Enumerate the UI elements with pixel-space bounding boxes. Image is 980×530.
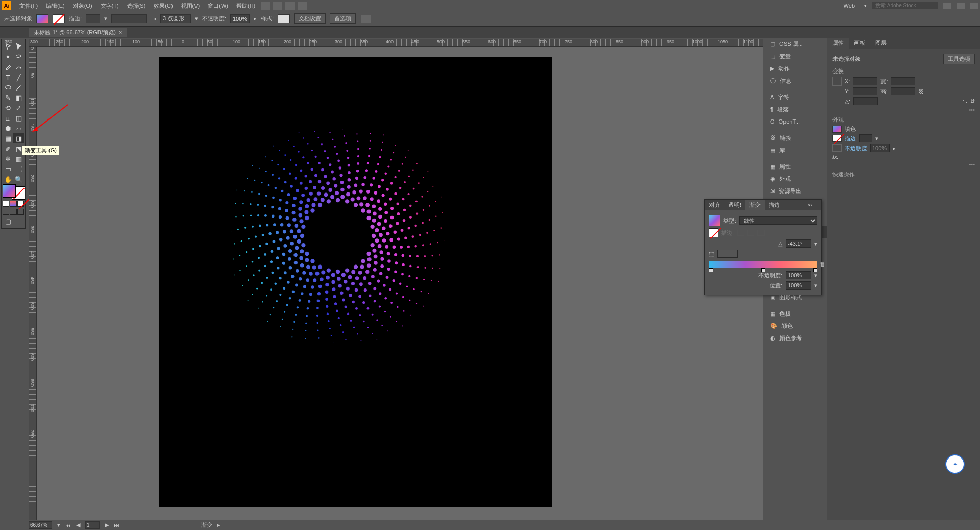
panel-item[interactable]: ⇲资源导出 (766, 185, 827, 197)
gradient-stop[interactable] (813, 268, 817, 272)
fill-stroke-swatch[interactable] (3, 184, 25, 200)
panel-item[interactable]: ⬚变量 (766, 50, 827, 62)
menu-extra-icon[interactable] (273, 2, 282, 10)
canvas[interactable] (37, 47, 763, 520)
draw-normal-icon[interactable] (3, 209, 9, 215)
style-swatch[interactable] (278, 14, 290, 23)
stroke-weight-input[interactable] (86, 14, 100, 23)
opacity-input[interactable] (230, 14, 250, 23)
tab-stroke[interactable]: 描边 (765, 200, 784, 210)
flip-h-icon[interactable]: ⇋ (963, 98, 967, 105)
mesh-tool[interactable]: ▦ (3, 133, 13, 143)
opacity-input[interactable] (870, 144, 890, 152)
stroke-grad-mode-icon[interactable] (737, 230, 744, 236)
scale-tool[interactable]: ⤢ (13, 103, 24, 113)
chevron-down-icon[interactable]: ▾ (814, 240, 817, 247)
opacity-link[interactable]: 不透明度 (845, 144, 867, 152)
panel-menu-icon[interactable]: ≡ (814, 202, 821, 208)
h-input[interactable] (891, 87, 915, 95)
tab-artboards[interactable]: 画板 (849, 38, 870, 49)
more-options-icon[interactable]: ••• (832, 107, 975, 113)
gradient-tool[interactable]: ◨ (13, 133, 24, 143)
eyedropper-tool[interactable]: ✐ (3, 143, 13, 154)
panel-item[interactable]: ◉外观 (766, 173, 827, 185)
panel-item[interactable]: ⛓链接 (766, 132, 827, 144)
panel-item[interactable]: 🎨颜色 (766, 320, 827, 332)
stroke-link[interactable]: 描边 (845, 135, 856, 142)
document-setup-button[interactable]: 文档设置 (294, 13, 326, 24)
stroke-grad-mode-icon[interactable] (747, 230, 754, 236)
shape-builder-tool[interactable]: ⬢ (3, 123, 13, 133)
zoom-input[interactable] (29, 521, 52, 529)
tab-transparency[interactable]: 透明! (724, 200, 745, 210)
brush-select[interactable] (111, 14, 147, 23)
tool-options-button[interactable]: 工具选项 (943, 54, 975, 64)
stroke-profile[interactable] (160, 14, 191, 23)
free-transform-tool[interactable]: ◫ (13, 113, 24, 123)
menu-effect[interactable]: 效果(C) (150, 0, 177, 11)
nav-next-icon[interactable]: ▶ (105, 522, 109, 528)
width-tool[interactable]: ⩍ (3, 113, 13, 123)
artboard-nav-input[interactable] (85, 521, 100, 529)
zoom-tool[interactable]: 🔍 (13, 174, 24, 184)
stroke-swatch[interactable] (53, 14, 65, 23)
fill-swatch[interactable] (832, 126, 842, 133)
chevron-down-icon[interactable]: ▾ (814, 282, 817, 289)
chevron-down-icon[interactable]: ▾ (104, 15, 107, 22)
gp-position-input[interactable] (786, 281, 811, 290)
curvature-tool[interactable] (13, 62, 24, 72)
rotate-tool[interactable]: ⟲ (3, 103, 13, 113)
nav-last-icon[interactable]: ⏭ (114, 522, 119, 528)
menu-extra-icon[interactable] (261, 2, 270, 10)
w-input[interactable] (891, 77, 915, 85)
perspective-tool[interactable]: ▱ (13, 123, 24, 133)
more-options-icon[interactable]: ••• (832, 161, 975, 167)
panel-item[interactable]: A字符 (766, 91, 827, 103)
eraser-tool[interactable]: ◧ (13, 92, 24, 103)
draw-inside-icon[interactable] (17, 209, 24, 215)
chevron-down-icon[interactable]: ▾ (814, 272, 817, 279)
status-arrow-icon[interactable]: ▸ (217, 522, 220, 528)
screen-mode-icon[interactable]: ▢ (3, 216, 14, 226)
lasso-tool[interactable] (13, 52, 24, 62)
direct-selection-tool[interactable] (13, 41, 24, 52)
menu-extra-icon[interactable] (298, 2, 307, 10)
menu-view[interactable]: 视图(V) (177, 0, 204, 11)
gradient-slider[interactable]: 🗑 (709, 261, 817, 268)
gradient-preview-swatch[interactable] (709, 215, 720, 226)
opacity-arrow-icon[interactable]: ▸ (254, 15, 257, 22)
menu-window[interactable]: 窗口(W) (204, 0, 232, 11)
x-input[interactable] (853, 77, 877, 85)
paintbrush-tool[interactable] (13, 82, 24, 92)
gradient-stop[interactable] (709, 268, 713, 272)
stroke-weight-input[interactable] (859, 134, 872, 142)
panel-item[interactable]: ▦属性 (766, 160, 827, 173)
search-stock-input[interactable] (872, 2, 938, 9)
minimize-button[interactable] (943, 3, 951, 9)
chevron-down-icon[interactable]: ▾ (57, 522, 60, 528)
gradient-type-select[interactable]: 线性 (739, 216, 817, 225)
chevron-down-icon[interactable]: ▾ (875, 135, 878, 142)
menu-edit[interactable]: 编辑(E) (42, 0, 69, 11)
opacity-arrow-icon[interactable]: ▸ (893, 145, 896, 152)
tab-properties[interactable]: 属性 (827, 38, 849, 49)
gradient-mode-icon[interactable] (10, 201, 16, 207)
menu-file[interactable]: 文件(F) (15, 0, 42, 11)
panel-item[interactable]: ¶段落 (766, 103, 827, 115)
fx-icon[interactable]: fx. (832, 154, 839, 160)
stroke-swatch[interactable] (832, 135, 842, 142)
panel-collapse-icon[interactable]: ›› (806, 202, 814, 208)
column-graph-tool[interactable]: ▥ (13, 154, 24, 164)
shaper-tool[interactable]: ✎ (3, 92, 13, 103)
menu-help[interactable]: 帮助(H) (232, 0, 259, 11)
link-icon[interactable]: ⛓ (918, 88, 924, 94)
type-tool[interactable]: T (3, 72, 13, 82)
gradient-angle-input[interactable] (786, 239, 811, 248)
document-tab[interactable]: 未标题-1* @ 66.67% (RGB/预览) × (29, 28, 127, 37)
menu-select[interactable]: 选择(S) (123, 0, 150, 11)
menu-object[interactable]: 对象(O) (69, 0, 96, 11)
menu-extra-icon[interactable] (285, 2, 295, 10)
nav-prev-icon[interactable]: ◀ (76, 522, 80, 528)
flip-v-icon[interactable]: ⇵ (970, 98, 975, 105)
fill-color-swatch[interactable] (3, 184, 16, 198)
